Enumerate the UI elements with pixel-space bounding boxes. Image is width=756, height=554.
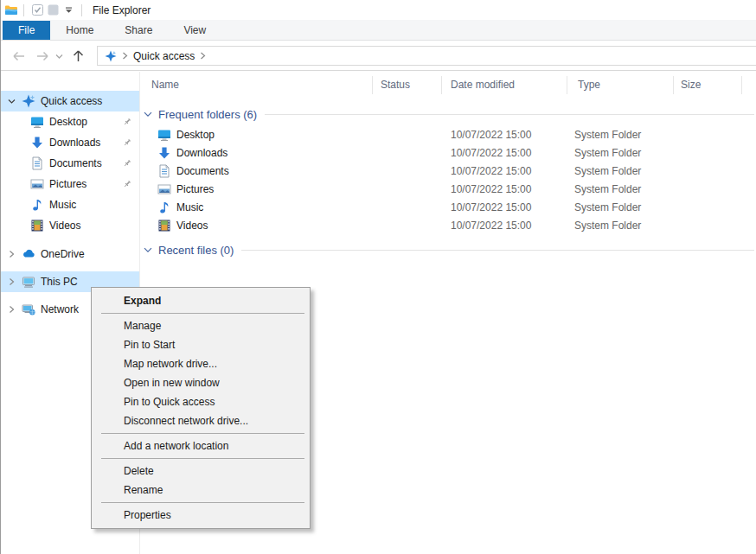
music-icon [157, 201, 171, 214]
menu-item-disconnect-network-drive[interactable]: Disconnect network drive... [92, 411, 310, 430]
menu-item-expand[interactable]: Expand [92, 291, 310, 310]
tree-chevron-collapsed-icon[interactable] [6, 305, 16, 314]
file-name: Music [176, 201, 203, 213]
menu-item-properties[interactable]: Properties [92, 506, 310, 525]
menu-item-rename[interactable]: Rename [92, 481, 310, 500]
address-bar[interactable]: Quick access [97, 46, 756, 66]
qat-customize-button[interactable] [61, 3, 76, 18]
chevron-down-icon[interactable] [144, 247, 152, 253]
breadcrumb-chevron-icon[interactable] [200, 52, 206, 60]
tab-home[interactable]: Home [50, 21, 109, 40]
chevron-down-icon [65, 7, 73, 14]
nav-back-button[interactable] [10, 48, 27, 65]
tree-chevron-collapsed-icon[interactable] [6, 277, 16, 286]
column-divider[interactable] [673, 76, 674, 94]
menu-item-delete[interactable]: Delete [92, 462, 310, 481]
file-date-modified: 10/07/2022 15:00 [451, 220, 531, 232]
tab-view[interactable]: View [168, 21, 221, 40]
sidebar-item-music[interactable]: Music [1, 194, 139, 215]
file-type: System Folder [574, 183, 641, 195]
properties-check-icon [32, 4, 43, 16]
column-header-row: Name Status Date modified Type Size [140, 72, 756, 98]
sidebar-item-documents[interactable]: Documents [1, 153, 139, 174]
file-name: Documents [176, 165, 229, 177]
menu-item-pin-to-start[interactable]: Pin to Start [92, 335, 310, 354]
section-recent-files[interactable]: Recent files (0) [140, 240, 756, 259]
column-header-size[interactable]: Size [681, 79, 701, 91]
desktop-icon [157, 128, 171, 142]
file-type: System Folder [574, 220, 641, 232]
tab-share[interactable]: Share [109, 21, 168, 40]
qat-new-folder-button[interactable] [45, 3, 61, 18]
sidebar-item-onedrive[interactable]: OneDrive [1, 244, 139, 264]
menu-separator [101, 433, 304, 434]
column-divider[interactable] [372, 76, 373, 94]
arrow-left-icon [11, 50, 26, 62]
menu-item-add-network-location[interactable]: Add a network location [92, 436, 310, 455]
section-rule [241, 250, 754, 251]
chevron-down-icon[interactable] [144, 111, 152, 118]
menu-separator [101, 502, 304, 503]
sidebar-item-downloads[interactable]: Downloads [1, 132, 139, 153]
file-name: Pictures [176, 183, 214, 195]
file-name: Videos [176, 220, 208, 232]
nav-forward-button[interactable] [34, 48, 51, 65]
sidebar-item-label: This PC [41, 276, 78, 288]
pin-icon [122, 137, 132, 148]
sidebar-item-pictures[interactable]: Pictures [1, 174, 139, 194]
column-header-name[interactable]: Name [151, 79, 179, 91]
qat-properties-button[interactable] [29, 3, 45, 18]
pin-icon [122, 117, 132, 127]
documents-icon [157, 164, 171, 178]
menu-item-open-in-new-window[interactable]: Open in new window [92, 373, 310, 392]
file-row-downloads[interactable]: Downloads 10/07/2022 15:00 System Folder [140, 144, 756, 162]
sidebar-item-label: Quick access [41, 95, 102, 107]
sidebar-item-label: Videos [49, 220, 80, 232]
videos-icon [30, 219, 44, 232]
column-header-type[interactable]: Type [578, 79, 600, 91]
menu-separator [101, 458, 304, 459]
file-row-pictures[interactable]: Pictures 10/07/2022 15:00 System Folder [140, 181, 756, 199]
music-icon [30, 198, 44, 212]
menu-item-manage[interactable]: Manage [92, 316, 310, 335]
file-row-desktop[interactable]: Desktop 10/07/2022 15:00 System Folder [140, 126, 756, 144]
menu-item-map-network-drive[interactable]: Map network drive... [92, 354, 310, 373]
ribbon-tabstrip: File Home Share View [1, 20, 756, 41]
menu-item-pin-to-quick-access[interactable]: Pin to Quick access [92, 392, 310, 411]
nav-up-button[interactable] [69, 48, 86, 65]
context-menu: Expand Manage Pin to Start Map network d… [91, 287, 311, 529]
onedrive-icon [22, 247, 35, 261]
chevron-down-icon [55, 54, 63, 60]
nav-history-dropdown[interactable] [53, 48, 65, 65]
file-date-modified: 10/07/2022 15:00 [451, 147, 531, 159]
tree-chevron-collapsed-icon[interactable] [6, 250, 16, 258]
arrow-right-icon [35, 50, 50, 62]
breadcrumb-item-quick-access[interactable]: Quick access [133, 50, 195, 62]
downloads-icon [30, 136, 44, 150]
sidebar-item-desktop[interactable]: Desktop [1, 111, 139, 132]
sidebar-item-label: Network [41, 303, 79, 315]
file-date-modified: 10/07/2022 15:00 [451, 165, 531, 177]
file-row-documents[interactable]: Documents 10/07/2022 15:00 System Folder [140, 162, 756, 181]
quick-access-star-icon [22, 94, 35, 108]
file-name: Desktop [176, 129, 215, 141]
sidebar-item-videos[interactable]: Videos [1, 215, 139, 236]
file-type: System Folder [574, 147, 641, 159]
column-header-date-modified[interactable]: Date modified [451, 79, 515, 91]
pictures-icon [157, 182, 171, 196]
tab-file[interactable]: File [3, 21, 50, 40]
sidebar-item-quick-access[interactable]: Quick access [1, 91, 139, 111]
column-divider[interactable] [741, 76, 742, 94]
file-row-music[interactable]: Music 10/07/2022 15:00 System Folder [140, 199, 756, 217]
file-date-modified: 10/07/2022 15:00 [451, 129, 531, 141]
window-title: File Explorer [93, 4, 151, 16]
downloads-icon [157, 146, 171, 160]
file-row-videos[interactable]: Videos 10/07/2022 15:00 System Folder [140, 217, 756, 235]
new-folder-icon [48, 4, 59, 16]
column-header-status[interactable]: Status [381, 79, 410, 91]
tree-chevron-expanded-icon[interactable] [6, 99, 16, 105]
pin-icon [122, 158, 132, 169]
section-frequent-folders[interactable]: Frequent folders (6) [140, 105, 756, 124]
column-divider[interactable] [441, 76, 442, 94]
column-divider[interactable] [567, 76, 567, 94]
